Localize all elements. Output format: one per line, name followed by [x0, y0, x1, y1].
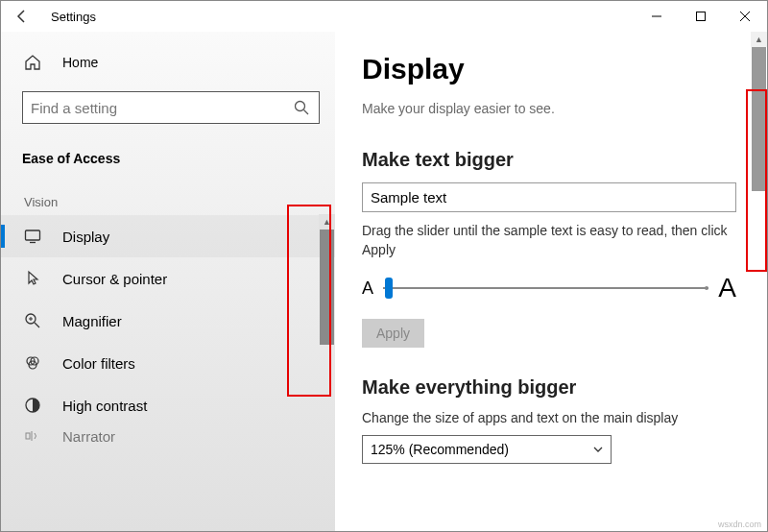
sidebar-item-display[interactable]: Display: [1, 215, 335, 257]
category-heading: Ease of Access: [1, 133, 335, 174]
display-icon: [24, 228, 45, 245]
sidebar-item-label: Cursor & pointer: [62, 271, 167, 287]
close-button[interactable]: [723, 1, 767, 32]
dropdown-value: 125% (Recommended): [371, 442, 509, 457]
narrator-icon: [24, 427, 45, 445]
slider-label-big: A: [718, 273, 736, 303]
sidebar-item-label: Narrator: [62, 428, 115, 445]
arrow-left-icon: [14, 9, 30, 24]
sidebar-item-label: Color filters: [62, 355, 135, 372]
watermark: wsxdn.com: [718, 520, 761, 529]
slider-instruction: Drag the slider until the sample text is…: [362, 222, 746, 259]
text-size-slider[interactable]: [383, 278, 708, 298]
apply-button[interactable]: Apply: [362, 319, 424, 348]
maximize-icon: [696, 12, 706, 21]
page-subtext: Make your display easier to see.: [362, 101, 752, 116]
svg-line-9: [35, 323, 39, 327]
search-input-wrapper[interactable]: [22, 91, 320, 124]
chevron-down-icon: [593, 445, 603, 454]
section-heading-text-bigger: Make text bigger: [362, 149, 752, 171]
sidebar-item-high-contrast[interactable]: High contrast: [1, 384, 335, 426]
back-button[interactable]: [1, 9, 43, 24]
minimize-icon: [652, 12, 661, 21]
section2-description: Change the size of apps and text on the …: [362, 410, 752, 425]
window-title: Settings: [43, 10, 635, 24]
section-heading-everything-bigger: Make everything bigger: [362, 376, 752, 399]
maximize-button[interactable]: [679, 1, 723, 32]
sidebar-item-magnifier[interactable]: Magnifier: [1, 300, 335, 342]
sidebar-item-cursor-pointer[interactable]: Cursor & pointer: [1, 257, 335, 300]
close-icon: [740, 12, 750, 21]
search-icon: [294, 100, 309, 115]
home-icon: [24, 54, 45, 71]
sidebar-item-label: Magnifier: [62, 313, 122, 329]
slider-track: [383, 287, 708, 289]
sidebar-item-narrator[interactable]: Narrator: [1, 426, 335, 446]
svg-rect-1: [697, 12, 706, 21]
svg-point-4: [296, 102, 305, 111]
color-filters-icon: [24, 354, 45, 372]
minimize-button[interactable]: [635, 1, 679, 32]
annotation-highlight-sidebar-scroll: [287, 205, 331, 397]
magnifier-icon: [24, 312, 45, 329]
home-label: Home: [62, 55, 98, 70]
page-title: Display: [362, 53, 752, 85]
sidebar-item-label: Display: [62, 229, 109, 245]
high-contrast-icon: [24, 397, 45, 414]
sidebar: Home Ease of Access Vision Display Curso…: [1, 32, 335, 531]
slider-thumb[interactable]: [385, 278, 393, 299]
main-panel: Display Make your display easier to see.…: [335, 32, 767, 531]
scroll-up-icon[interactable]: ▲: [751, 32, 767, 47]
search-input[interactable]: [31, 100, 294, 116]
svg-line-5: [304, 110, 309, 115]
slider-end-dot: [705, 286, 708, 290]
home-link[interactable]: Home: [1, 43, 335, 82]
cursor-icon: [24, 270, 45, 287]
titlebar: Settings: [1, 1, 767, 32]
slider-label-small: A: [362, 278, 373, 299]
svg-rect-6: [26, 230, 40, 240]
scale-dropdown[interactable]: 125% (Recommended): [362, 435, 612, 464]
svg-rect-16: [26, 433, 30, 439]
selection-accent: [1, 225, 5, 248]
group-label-vision: Vision: [1, 174, 335, 215]
sample-text-box: Sample text: [362, 182, 736, 212]
annotation-highlight-main-scroll: [746, 89, 767, 272]
sidebar-item-color-filters[interactable]: Color filters: [1, 342, 335, 384]
sidebar-item-label: High contrast: [62, 398, 147, 414]
